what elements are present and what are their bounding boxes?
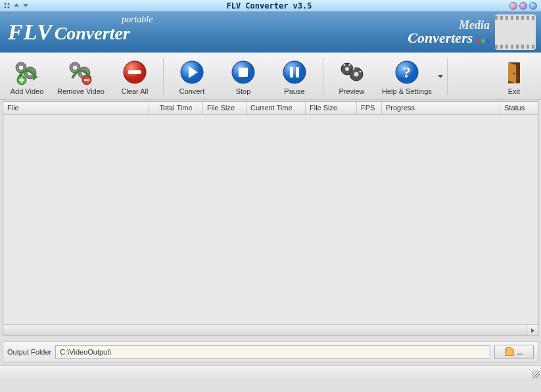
minimize-button[interactable] <box>509 2 517 10</box>
folder-icon <box>505 349 514 356</box>
svg-text:?: ? <box>403 64 411 81</box>
svg-point-10 <box>73 66 77 70</box>
help-icon: ? <box>393 58 421 86</box>
brand-converters: Converters <box>408 30 473 46</box>
banner-brand: Media Converters <box>408 14 536 50</box>
svg-rect-18 <box>239 68 248 77</box>
help-settings-dropdown[interactable] <box>436 55 444 98</box>
chevron-down-icon <box>438 75 443 78</box>
logo-converter: Converter <box>55 23 130 43</box>
convert-label: Convert <box>179 87 205 95</box>
toolbar-separator <box>163 58 164 95</box>
svg-rect-20 <box>290 67 293 77</box>
remove-video-button[interactable]: Remove Video <box>53 55 109 98</box>
output-folder-bar: Output Folder ... <box>3 341 538 362</box>
exit-door-icon <box>500 58 528 86</box>
stop-icon <box>229 58 257 86</box>
close-button[interactable] <box>529 2 537 10</box>
svg-point-5 <box>19 66 23 70</box>
svg-point-29 <box>359 70 361 72</box>
logo-flv: FLV <box>8 20 53 44</box>
statusbar <box>0 365 541 380</box>
clear-all-label: Clear All <box>121 87 148 95</box>
col-fps[interactable]: FPS <box>357 102 382 114</box>
convert-icon <box>178 58 206 86</box>
clear-all-icon <box>121 58 149 86</box>
system-menu-icon[interactable] <box>4 3 11 9</box>
toolbar-separator <box>447 58 448 95</box>
help-settings-button[interactable]: ? Help & Settings <box>377 55 436 98</box>
svg-rect-15 <box>128 70 141 74</box>
stop-label: Stop <box>236 87 251 95</box>
logo-portable: portable <box>122 14 153 25</box>
svg-point-3 <box>8 6 10 8</box>
add-video-icon <box>13 58 41 86</box>
banner: FLV Converter portable Media Converters <box>0 12 541 53</box>
toolbar-separator <box>323 58 323 95</box>
stop-button[interactable]: Stop <box>218 55 269 98</box>
browse-button[interactable]: ... <box>494 345 534 359</box>
svg-rect-21 <box>296 67 299 77</box>
col-file[interactable]: File <box>3 102 149 114</box>
preview-label: Preview <box>339 87 364 95</box>
svg-point-19 <box>283 61 306 83</box>
resize-grip[interactable] <box>529 366 541 380</box>
pause-label: Pause <box>284 87 304 95</box>
clear-all-button[interactable]: Clear All <box>109 55 160 98</box>
remove-video-label: Remove Video <box>57 87 105 95</box>
convert-button[interactable]: Convert <box>166 55 218 98</box>
col-progress[interactable]: Progress <box>382 102 500 114</box>
titlebar-left-controls <box>0 2 29 10</box>
output-folder-label: Output Folder <box>7 348 51 356</box>
svg-point-33 <box>513 72 515 74</box>
window-title: FLV Converter v3.5 <box>29 1 509 11</box>
preview-icon <box>338 58 365 86</box>
rollup-icon[interactable] <box>13 2 20 10</box>
svg-point-0 <box>5 3 7 5</box>
col-status[interactable]: Status <box>500 102 538 114</box>
pause-icon <box>281 58 308 86</box>
titlebar: FLV Converter v3.5 <box>0 0 541 12</box>
svg-point-23 <box>345 67 349 71</box>
list-header: File Total Time File Size Current Time F… <box>3 102 538 115</box>
add-video-button[interactable]: Add Video <box>1 55 53 98</box>
browse-dots: ... <box>517 348 523 356</box>
toolbar: Add Video Remove Video <box>0 53 541 100</box>
list-body[interactable] <box>3 115 538 324</box>
svg-point-28 <box>352 68 354 70</box>
col-file-size-2[interactable]: File Size <box>306 102 357 114</box>
exit-button[interactable]: Exit <box>488 55 540 98</box>
rolldown-icon[interactable] <box>22 2 29 10</box>
col-file-size[interactable]: File Size <box>203 102 247 114</box>
col-total-time[interactable]: Total Time <box>149 102 203 114</box>
exit-label: Exit <box>508 87 520 95</box>
file-list: File Total Time File Size Current Time F… <box>3 101 538 336</box>
app-logo: FLV Converter <box>8 20 130 45</box>
horizontal-scrollbar[interactable] <box>3 324 538 336</box>
titlebar-right-controls <box>509 2 541 10</box>
svg-point-1 <box>8 3 10 5</box>
add-video-label: Add Video <box>11 87 44 95</box>
svg-point-25 <box>354 72 358 76</box>
output-folder-input[interactable] <box>55 345 490 359</box>
svg-point-2 <box>5 6 7 8</box>
remove-video-icon <box>67 58 95 86</box>
help-settings-label: Help & Settings <box>382 87 432 95</box>
col-current-time[interactable]: Current Time <box>247 102 306 114</box>
pause-button[interactable]: Pause <box>269 55 320 98</box>
svg-point-27 <box>348 64 350 66</box>
filmstrip-icon <box>495 14 536 50</box>
svg-point-26 <box>343 64 345 66</box>
preview-button[interactable]: Preview <box>326 55 377 98</box>
scroll-right-arrow[interactable] <box>527 325 538 336</box>
maximize-button[interactable] <box>519 2 527 10</box>
